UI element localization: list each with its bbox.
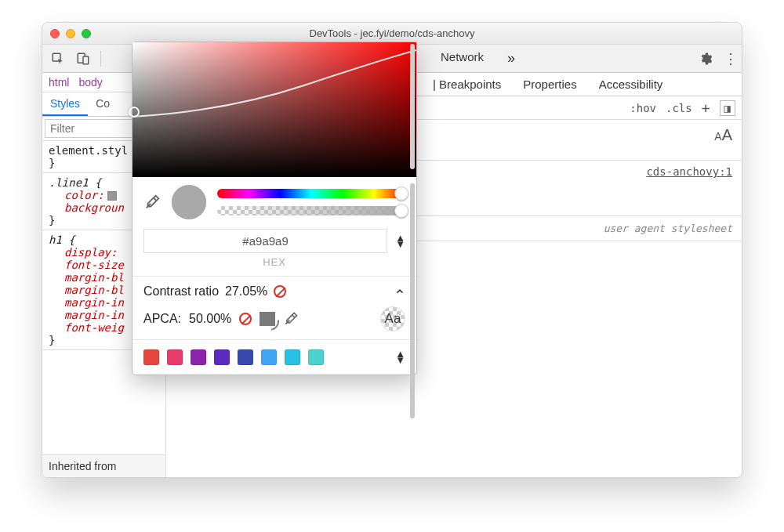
inspect-element-icon[interactable] <box>47 49 69 69</box>
current-color-circle[interactable] <box>172 185 206 219</box>
window-title: DevTools - jec.fyi/demo/cds-anchovy <box>42 27 742 39</box>
palette-swatch[interactable] <box>191 349 206 365</box>
saturation-value-field[interactable] <box>132 42 416 177</box>
palette-swatch[interactable] <box>167 349 183 365</box>
palette-swatch[interactable] <box>285 349 300 365</box>
contrast-curve <box>132 42 416 177</box>
crumb-body[interactable]: body <box>78 76 102 89</box>
apca-fail-icon <box>239 313 252 325</box>
crumb-html[interactable]: html <box>49 76 69 89</box>
more-tabs-icon[interactable]: » <box>507 50 515 67</box>
eyedropper-icon[interactable] <box>143 194 161 211</box>
reload-flag-icon[interactable] <box>260 312 275 326</box>
apca-label: APCA: <box>143 312 181 326</box>
alpha-thumb[interactable] <box>394 204 408 218</box>
palette-swatch[interactable] <box>214 349 230 365</box>
palette-spinner[interactable]: ▲▼ <box>395 351 405 364</box>
hue-slider[interactable] <box>217 189 405 198</box>
devtools-window: DevTools - jec.fyi/demo/cds-anchovy Sour… <box>42 22 742 478</box>
palette-swatch[interactable] <box>308 349 324 365</box>
inherited-section-header: Inherited from <box>42 454 165 477</box>
palette-swatch[interactable] <box>238 349 253 365</box>
device-toolbar-icon[interactable] <box>72 49 94 69</box>
sv-handle[interactable] <box>129 107 140 118</box>
font-sample-large: A <box>722 126 732 143</box>
popup-scroll-thumb[interactable] <box>410 183 415 418</box>
tab-breakpoints[interactable]: | Breakpoints <box>433 78 501 91</box>
palette-swatch[interactable] <box>143 349 159 365</box>
contrast-label: Contrast ratio <box>143 284 219 299</box>
hex-input[interactable] <box>143 229 387 253</box>
tab-network[interactable]: Network <box>441 50 484 67</box>
separator <box>100 51 101 67</box>
apca-eyedropper-icon[interactable] <box>283 311 299 327</box>
cls-toggle[interactable]: .cls <box>666 102 692 114</box>
color-swatch[interactable] <box>107 191 117 201</box>
subtab-styles[interactable]: Styles <box>42 92 88 116</box>
tab-properties[interactable]: Properties <box>523 78 576 91</box>
alpha-slider[interactable] <box>217 206 405 215</box>
apca-value: 50.00% <box>189 312 231 326</box>
tab-accessibility[interactable]: Accessibility <box>599 78 663 91</box>
font-sample-small: A <box>714 130 721 143</box>
hue-thumb[interactable] <box>394 186 408 201</box>
divider <box>132 276 416 277</box>
settings-gear-icon[interactable] <box>699 52 713 66</box>
kebab-menu-icon[interactable]: ⋮ <box>724 50 737 67</box>
apca-row: APCA: 50.00% Aa <box>143 306 405 331</box>
palette-swatch[interactable] <box>261 349 277 365</box>
color-picker-popup: ▲▼ HEX Contrast ratio 27.05% APCA: 50.00… <box>132 42 417 375</box>
color-palette-row: ▲▼ <box>132 339 416 375</box>
color-format-label: HEX <box>143 256 405 268</box>
expand-contrast-icon[interactable] <box>394 286 405 297</box>
stylesheet-source-link[interactable]: cds-anchovy:1 <box>646 165 732 178</box>
toggle-sidebar-icon[interactable]: ◨ <box>720 100 735 116</box>
subtab-computed[interactable]: Co <box>88 92 118 116</box>
aa-preview-badge[interactable]: Aa <box>380 306 405 331</box>
new-style-rule-icon[interactable]: + <box>702 100 710 116</box>
hov-toggle[interactable]: :hov <box>630 102 656 114</box>
popup-scrollbar[interactable] <box>410 44 415 169</box>
popup-scroll-track[interactable] <box>410 183 415 368</box>
svg-rect-2 <box>83 56 89 64</box>
contrast-ratio-row[interactable]: Contrast ratio 27.05% <box>143 284 405 299</box>
contrast-fail-icon <box>274 285 286 298</box>
format-spinner[interactable]: ▲▼ <box>395 235 405 248</box>
contrast-value: 27.05% <box>225 284 267 299</box>
